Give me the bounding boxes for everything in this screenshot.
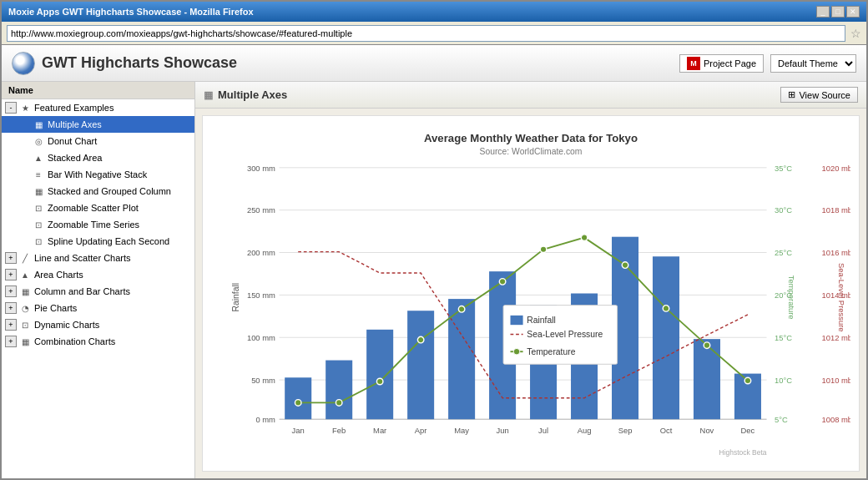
spline-icon: ⊡ (32, 235, 45, 248)
title-bar: Moxie Apps GWT Highcharts Showcase - Moz… (2, 2, 866, 22)
main-layout: Name - ★ Featured Examples ▦ Multiple Ax… (2, 82, 866, 478)
expand-area-button[interactable]: + (5, 269, 17, 280)
browser-window: Moxie Apps GWT Highcharts Showcase - Moz… (0, 0, 868, 480)
multiple-axes-label: Multiple Axes (48, 119, 102, 129)
svg-text:25°C: 25°C (775, 248, 792, 257)
project-page-button[interactable]: M Project Page (679, 54, 764, 73)
expand-dynamic-button[interactable]: + (5, 319, 17, 331)
svg-text:Dec: Dec (741, 426, 755, 435)
temp-dot-mar (376, 378, 383, 385)
zoomable-time-label: Zoomable Time Series (48, 220, 139, 230)
expand-pie-button[interactable]: + (5, 302, 17, 314)
svg-text:Mar: Mar (373, 426, 386, 435)
svg-text:1010 mb: 1010 mb (821, 376, 850, 385)
scatter-icon: ⊡ (32, 201, 45, 215)
svg-text:Jun: Jun (497, 426, 509, 435)
maximize-button[interactable]: □ (831, 6, 845, 18)
svg-text:5°C: 5°C (775, 415, 788, 424)
expand-combination-button[interactable]: + (5, 336, 17, 347)
sidebar-item-stacked-area[interactable]: ▲ Stacked Area (2, 149, 194, 166)
svg-text:Aug: Aug (578, 426, 592, 435)
chart-svg: Average Monthly Weather Data for Tokyo S… (211, 124, 850, 462)
close-button[interactable]: ✕ (846, 6, 860, 18)
temp-dot-aug (581, 235, 588, 241)
sidebar-item-donut-chart[interactable]: ◎ Donut Chart (2, 133, 194, 149)
content-header: ▦ Multiple Axes ⊞ View Source (195, 82, 866, 109)
legend-rainfall-label: Rainfall (527, 316, 556, 325)
sidebar-item-stacked-grouped[interactable]: ▦ Stacked and Grouped Column (2, 183, 194, 200)
sidebar-item-multiple-axes[interactable]: ▦ Multiple Axes (2, 116, 194, 133)
svg-text:Feb: Feb (332, 426, 346, 435)
svg-text:Apr: Apr (415, 426, 427, 435)
svg-text:35°C: 35°C (775, 164, 792, 173)
bar-nov (694, 339, 720, 419)
svg-text:150 mm: 150 mm (247, 291, 275, 300)
window-controls: _ □ ✕ (816, 6, 860, 18)
svg-text:Nov: Nov (700, 426, 714, 435)
chart-title-icon: ▦ (204, 89, 213, 101)
chart-icon: ▦ (32, 118, 45, 131)
bar-icon: ≡ (32, 168, 45, 181)
temp-dot-dec (744, 377, 751, 384)
sidebar-item-column-bar[interactable]: + ▦ Column and Bar Charts (2, 283, 194, 300)
sidebar-item-area[interactable]: + ▲ Area Charts (2, 266, 194, 283)
svg-text:Oct: Oct (660, 426, 673, 435)
app-logo (12, 52, 35, 75)
column-icon: ▦ (18, 285, 32, 298)
expand-featured-button[interactable]: - (5, 102, 17, 114)
window-title: Moxie Apps GWT Highcharts Showcase - Moz… (8, 7, 254, 17)
area2-icon: ▲ (18, 268, 32, 281)
chart-container: Average Monthly Weather Data for Tokyo S… (202, 115, 860, 472)
url-input[interactable] (7, 25, 845, 42)
expand-column-bar-button[interactable]: + (5, 285, 17, 297)
legend-temp-dot (513, 348, 520, 355)
bar-feb (326, 361, 352, 420)
project-page-label: Project Page (704, 58, 756, 68)
bar-negative-label: Bar With Negative Stack (48, 169, 147, 179)
minimize-button[interactable]: _ (816, 6, 830, 18)
content-title: ▦ Multiple Axes (204, 88, 287, 101)
dynamic-icon: ⊡ (18, 318, 32, 331)
view-source-icon: ⊞ (788, 89, 795, 100)
temp-dot-nov (704, 342, 710, 349)
sidebar-item-zoomable-scatter[interactable]: ⊡ Zoomable Scatter Plot (2, 200, 194, 216)
theme-select[interactable]: Default Theme (770, 54, 856, 73)
bookmark-icon[interactable]: ☆ (850, 27, 861, 40)
moxie-icon: M (687, 57, 700, 70)
logo-area: GWT Highcharts Showcase (12, 52, 237, 75)
view-source-button[interactable]: ⊞ View Source (780, 87, 858, 103)
temp-dot-apr (417, 336, 424, 343)
sidebar-item-dynamic[interactable]: + ⊡ Dynamic Charts (2, 316, 194, 333)
expand-line-scatter-button[interactable]: + (5, 252, 17, 264)
sidebar-item-pie[interactable]: + ◔ Pie Charts (2, 300, 194, 316)
view-source-label: View Source (799, 90, 850, 100)
sidebar-item-spline[interactable]: ⊡ Spline Updating Each Second (2, 233, 194, 250)
header-right: M Project Page Default Theme (679, 54, 856, 73)
temp-dot-feb (336, 400, 342, 407)
sidebar-item-bar-negative[interactable]: ≡ Bar With Negative Stack (2, 166, 194, 183)
stacked-area-label: Stacked Area (48, 153, 102, 163)
stacked-grouped-label: Stacked and Grouped Column (48, 186, 171, 196)
watermark: Highstock Beta (719, 448, 767, 457)
zoomable-scatter-label: Zoomable Scatter Plot (48, 203, 139, 213)
bar-jan (285, 377, 311, 419)
legend-rainfall-icon (511, 316, 523, 325)
sidebar-header: Name (2, 82, 194, 99)
svg-text:Sep: Sep (618, 426, 633, 435)
pressure-axis-label: Sea-Level Pressure (837, 263, 846, 332)
address-bar: ☆ (2, 22, 866, 45)
sidebar-item-combination[interactable]: + ▦ Combination Charts (2, 333, 194, 350)
sidebar-item-zoomable-time[interactable]: ⊡ Zoomable Time Series (2, 216, 194, 233)
svg-text:200 mm: 200 mm (247, 248, 275, 257)
legend-pressure-label: Sea-Level Pressure (527, 330, 603, 339)
sidebar-item-featured[interactable]: - ★ Featured Examples (2, 99, 194, 116)
sidebar-item-line-scatter[interactable]: + ╱ Line and Scatter Charts (2, 250, 194, 266)
svg-text:50 mm: 50 mm (251, 376, 275, 385)
chart-subtitle: Source: WorldClimate.com (479, 147, 582, 156)
combination-label: Combination Charts (34, 336, 115, 346)
featured-label: Featured Examples (34, 103, 114, 113)
dynamic-charts-label: Dynamic Charts (34, 320, 99, 330)
temp-dot-sep (622, 262, 628, 269)
star-icon: ★ (18, 101, 32, 114)
line-scatter-label: Line and Scatter Charts (34, 253, 131, 263)
